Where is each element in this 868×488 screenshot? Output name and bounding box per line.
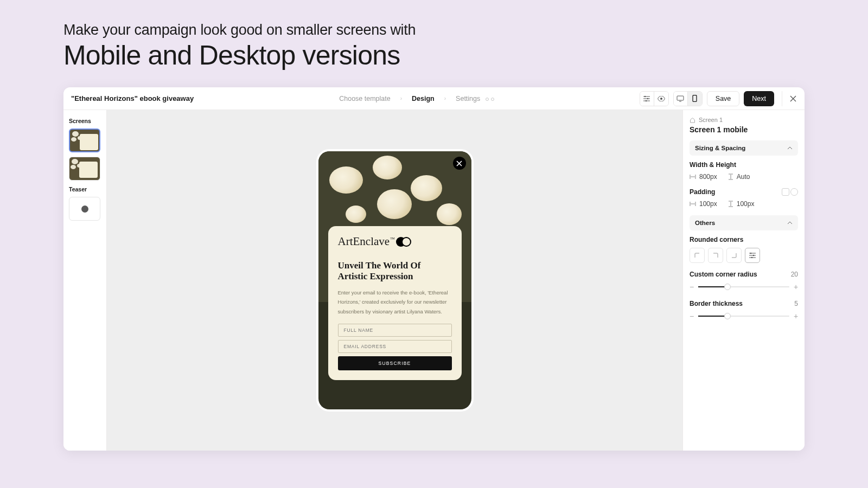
signup-card: ArtEnclave™ Unveil The World Of Artistic… [328, 226, 462, 380]
svg-point-8 [751, 257, 752, 258]
slider-track[interactable] [698, 316, 789, 317]
border-thickness-label: Border thickness 5 [690, 300, 798, 307]
inspector-panel: Screen 1 Screen 1 mobile Sizing & Spacin… [682, 110, 805, 451]
border-slider[interactable]: − + [690, 312, 798, 320]
card-heading: Unveil The World Of Artistic Expression [338, 260, 452, 282]
step-design[interactable]: Design [412, 95, 435, 102]
radius-slider[interactable]: − + [690, 282, 798, 291]
teaser-thumb[interactable] [69, 197, 100, 221]
padding-v-field[interactable]: 100px [728, 200, 755, 208]
height-value: Auto [737, 173, 750, 181]
corner-tl-button[interactable] [690, 248, 705, 263]
padding-h-field[interactable]: 100px [690, 200, 717, 208]
width-icon [690, 174, 696, 179]
teaser-heading: Teaser [69, 186, 101, 192]
screens-heading: Screens [69, 118, 101, 124]
chevron-up-icon [787, 146, 793, 150]
corner-tr-icon [712, 252, 719, 259]
border-thickness-value: 5 [794, 300, 798, 307]
height-field[interactable]: Auto [728, 173, 750, 181]
corner-br-button[interactable] [726, 248, 742, 263]
outline-view-button[interactable] [640, 92, 654, 106]
chevron-right-icon: › [444, 95, 446, 101]
step-choose-template[interactable]: Choose template [339, 95, 391, 102]
padding-h-value: 100px [699, 200, 717, 208]
save-button[interactable]: Save [707, 91, 740, 106]
corner-all-button[interactable] [745, 248, 760, 263]
promo-header: Make your campaign look good on smaller … [0, 0, 868, 87]
custom-radius-label: Custom corner radius 20 [690, 271, 798, 278]
slider-handle[interactable] [724, 284, 731, 290]
fullname-input[interactable] [338, 324, 452, 337]
sliders-icon [643, 95, 650, 102]
section-others-label: Others [695, 220, 715, 226]
subscribe-button[interactable]: SUBSCRIBE [338, 356, 452, 370]
close-button[interactable] [782, 91, 797, 106]
screen-thumb-2[interactable] [69, 157, 100, 181]
independent-padding-icon [782, 188, 789, 196]
slider-track[interactable] [698, 286, 789, 287]
logo-mark-icon [396, 237, 412, 247]
breadcrumb-label[interactable]: Screen 1 [699, 117, 723, 123]
rounded-corners-label: Rounded corners [690, 236, 798, 243]
section-sizing[interactable]: Sizing & Spacing [690, 140, 798, 156]
canvas: ArtEnclave™ Unveil The World Of Artistic… [107, 110, 682, 451]
padding-mode-toggle[interactable] [782, 188, 798, 196]
plus-icon[interactable]: + [794, 282, 798, 291]
email-input[interactable] [338, 340, 452, 353]
logo: ArtEnclave™ [338, 235, 452, 248]
next-button[interactable]: Next [744, 91, 774, 106]
minus-icon[interactable]: − [690, 282, 694, 291]
step-dots-icon [486, 98, 494, 101]
corner-br-icon [731, 252, 737, 259]
padding-row: 100px 100px [690, 200, 798, 208]
slider-handle[interactable] [724, 313, 731, 319]
inspector-title: Screen 1 mobile [690, 125, 798, 134]
svg-point-3 [660, 98, 662, 100]
mobile-preview: ArtEnclave™ Unveil The World Of Artistic… [318, 151, 471, 409]
padding-label: Padding [690, 188, 798, 196]
custom-radius-value: 20 [791, 271, 798, 278]
corner-preset-group [690, 248, 798, 263]
card-body: Enter your email to receive the e-book, … [338, 288, 452, 317]
width-icon [690, 201, 696, 207]
width-height-row: 800px Auto [690, 173, 798, 181]
close-icon [790, 95, 796, 102]
left-sidebar: Screens Teaser [63, 110, 107, 451]
screen-thumb-1[interactable] [69, 129, 100, 152]
svg-point-1 [647, 98, 648, 99]
desktop-device-button[interactable] [674, 92, 688, 106]
section-others[interactable]: Others [690, 215, 798, 230]
corner-tl-icon [694, 252, 700, 259]
width-height-label: Width & Height [690, 161, 798, 169]
step-settings[interactable]: Settings [456, 95, 494, 102]
minus-icon[interactable]: − [690, 312, 694, 320]
step-settings-label: Settings [456, 95, 480, 102]
promo-title: Mobile and Desktop versions [63, 40, 868, 71]
chevron-up-icon [787, 221, 793, 224]
inspector-breadcrumb: Screen 1 [690, 117, 798, 123]
height-icon [728, 174, 733, 180]
promo-subtitle: Make your campaign look good on smaller … [63, 22, 868, 38]
plus-icon[interactable]: + [794, 312, 798, 320]
mobile-device-button[interactable] [688, 92, 702, 106]
home-icon [690, 117, 695, 123]
preview-button[interactable] [654, 92, 668, 106]
popup-close-button[interactable] [453, 157, 466, 170]
topbar-actions: Save Next [640, 91, 797, 106]
svg-point-0 [644, 95, 646, 97]
height-icon [728, 201, 733, 207]
linked-padding-icon [790, 188, 798, 196]
svg-rect-5 [693, 95, 697, 102]
mobile-icon [692, 95, 697, 102]
main-area: Screens Teaser [63, 110, 805, 451]
corner-tr-button[interactable] [708, 248, 723, 263]
project-title: "Ethereal Horizons" ebook giveaway [71, 94, 194, 102]
width-value: 800px [699, 173, 717, 181]
chevron-right-icon: › [400, 95, 402, 101]
svg-rect-4 [677, 96, 684, 100]
svg-point-2 [646, 100, 647, 101]
sliders-icon [749, 253, 756, 258]
width-field[interactable]: 800px [690, 173, 717, 181]
topbar: "Ethereal Horizons" ebook giveaway Choos… [63, 87, 805, 110]
